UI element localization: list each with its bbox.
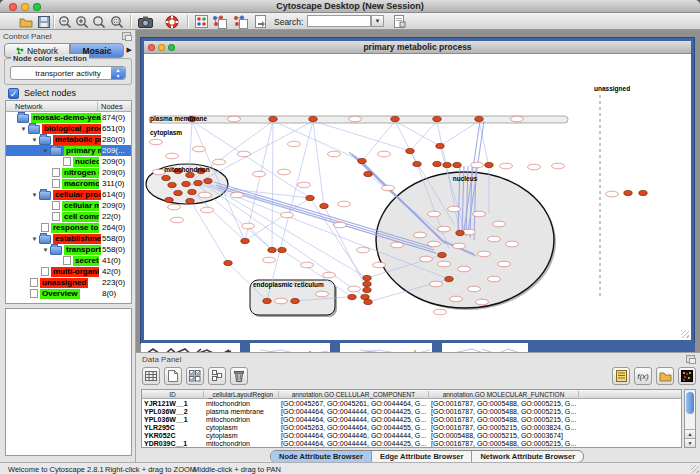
data-panel-float-icon[interactable] bbox=[686, 355, 695, 363]
tree-row[interactable]: Overview8(0) bbox=[6, 288, 131, 299]
background-window-fragment[interactable] bbox=[340, 343, 432, 352]
table-column-header[interactable]: ID bbox=[142, 391, 204, 399]
snapshot-icon[interactable] bbox=[138, 14, 153, 29]
expand-arrow-icon[interactable]: ▼ bbox=[19, 126, 28, 132]
tree-row[interactable]: ▼metabolic process280(0) bbox=[6, 134, 131, 145]
background-window-fragment[interactable] bbox=[250, 343, 330, 352]
select-all-attributes-icon[interactable] bbox=[186, 367, 204, 385]
expand-arrow-icon[interactable]: ▼ bbox=[30, 236, 39, 242]
unselect-all-attributes-icon[interactable] bbox=[208, 367, 226, 385]
search-input[interactable] bbox=[307, 15, 371, 27]
save-session-icon[interactable] bbox=[36, 14, 51, 29]
tree-col-nodes[interactable]: Nodes bbox=[101, 102, 123, 111]
table-cell[interactable]: [GO:0044464, GO:0044444, GO:0044425, G..… bbox=[279, 416, 429, 424]
tree-row[interactable]: multi-organism pro42(0) bbox=[6, 266, 131, 277]
table-cell[interactable]: plasma membrane bbox=[204, 408, 279, 416]
table-cell[interactable]: YLR295C bbox=[142, 424, 204, 432]
clear-overlay-icon[interactable] bbox=[233, 14, 248, 29]
table-column-header[interactable]: annotation.GO CELLULAR_COMPONENT bbox=[279, 391, 429, 399]
expand-arrow-icon[interactable]: ▼ bbox=[30, 137, 39, 143]
import-attributes-icon[interactable] bbox=[656, 367, 674, 385]
tree-row[interactable]: unassigned223(0) bbox=[6, 277, 131, 288]
scroll-down-icon[interactable]: ▼ bbox=[685, 438, 695, 447]
attribute-list-icon[interactable] bbox=[612, 367, 630, 385]
select-attributes-icon[interactable] bbox=[142, 367, 160, 385]
advanced-search-icon[interactable] bbox=[392, 14, 407, 29]
table-cell[interactable]: cytoplasm bbox=[204, 432, 279, 440]
table-cell[interactable]: mitochondrion bbox=[204, 440, 279, 448]
table-row[interactable]: YLR295Ccytoplasm[GO:0045263, GO:0044464,… bbox=[142, 424, 681, 432]
float-panel-icon[interactable] bbox=[122, 32, 131, 40]
delete-attribute-icon[interactable] bbox=[230, 367, 248, 385]
table-cell[interactable]: [GO:0016787, GO:0005488, GO:0005215, G..… bbox=[429, 400, 579, 408]
table-cell[interactable]: YKR052C bbox=[142, 432, 204, 440]
help-icon[interactable] bbox=[164, 14, 179, 29]
tree-row[interactable]: nitrogen compo209(0) bbox=[6, 167, 131, 178]
table-row[interactable]: YDR039C__1mitochondrion[GO:0044464, GO:0… bbox=[142, 440, 681, 448]
table-column-header[interactable]: _cellularLayoutRegion bbox=[204, 391, 279, 399]
network-view-window[interactable]: primary metabolic process plasma membran… bbox=[141, 38, 694, 343]
tab-edge-attribute-browser[interactable]: Edge Attribute Browser bbox=[372, 451, 472, 462]
color-attribute-combobox[interactable]: transporter activity ▲▼ bbox=[10, 66, 126, 80]
table-cell[interactable]: YPL036W__2 bbox=[142, 408, 204, 416]
tree-row[interactable]: ▼establishment of lo558(0) bbox=[6, 233, 131, 244]
table-row[interactable]: YPL036W__1mitochondrion[GO:0044464, GO:0… bbox=[142, 416, 681, 424]
table-cell[interactable]: [GO:0005488, GO:0005215, GO:0003674] bbox=[429, 432, 579, 440]
tree-row[interactable]: response to stimulu264(0) bbox=[6, 222, 131, 233]
birds-eye-view[interactable] bbox=[5, 308, 132, 456]
table-scrollbar[interactable]: ▲ ▼ bbox=[684, 389, 696, 448]
tab-node-attribute-browser[interactable]: Node Attribute Browser bbox=[271, 451, 372, 462]
tree-col-network[interactable]: Network bbox=[15, 102, 43, 111]
tree-row[interactable]: ▼primary metabo209(... bbox=[6, 145, 131, 156]
scrollbar-thumb[interactable] bbox=[686, 392, 694, 414]
color-mapper-icon[interactable] bbox=[194, 14, 209, 29]
table-cell[interactable]: [GO:0045263, GO:0044464, GO:0044455, G..… bbox=[279, 424, 429, 432]
tree-row[interactable]: ▼transport558(0) bbox=[6, 244, 131, 255]
create-attribute-icon[interactable] bbox=[164, 367, 182, 385]
table-row[interactable]: YPL036W__2plasma membrane[GO:0044464, GO… bbox=[142, 408, 681, 416]
scroll-up-icon[interactable]: ▲ bbox=[685, 429, 695, 438]
import-table-icon[interactable] bbox=[253, 14, 268, 29]
table-cell[interactable]: cytoplasm bbox=[204, 424, 279, 432]
background-window-fragment[interactable] bbox=[442, 343, 528, 352]
table-cell[interactable]: mitochondrion bbox=[204, 416, 279, 424]
table-cell[interactable]: [GO:0016787, GO:0005488, GO:0005215, G..… bbox=[429, 416, 579, 424]
table-cell[interactable]: [GO:0016787, GO:0005215, GO:0003824, G..… bbox=[429, 424, 579, 432]
expand-arrow-icon[interactable]: ▼ bbox=[41, 247, 50, 253]
tab-overflow-arrow[interactable]: ▶ bbox=[127, 46, 132, 54]
formula-builder-icon[interactable]: f(x) bbox=[634, 367, 652, 385]
attribute-matrix-icon[interactable] bbox=[678, 367, 696, 385]
tree-row[interactable]: ▼cellular process614(0) bbox=[6, 189, 131, 200]
table-cell[interactable]: YJR121W__1 bbox=[142, 400, 204, 408]
table-row[interactable]: YJR121W__1mitochondrion[GO:0045267, GO:0… bbox=[142, 400, 681, 408]
expand-arrow-icon[interactable]: ▼ bbox=[41, 148, 50, 154]
tab-network-attribute-browser[interactable]: Network Attribute Browser bbox=[472, 451, 583, 462]
zoom-selected-icon[interactable] bbox=[109, 14, 124, 29]
tree-row[interactable]: nucleobase-209(0) bbox=[6, 156, 131, 167]
table-row[interactable]: YKR052Ccytoplasm[GO:0044464, GO:0044446,… bbox=[142, 432, 681, 440]
table-column-header[interactable]: annotation.GO MOLECULAR_FUNCTION bbox=[429, 391, 579, 399]
tree-row[interactable]: cell communicat22(0) bbox=[6, 211, 131, 222]
tree-row[interactable]: cellular metabo209(0) bbox=[6, 200, 131, 211]
table-cell[interactable]: [GO:0044464, GO:0044446, GO:0044444, G..… bbox=[279, 432, 429, 440]
table-cell[interactable]: YDR039C__1 bbox=[142, 440, 204, 448]
overlay-network-icon[interactable] bbox=[212, 14, 227, 29]
zoom-in-icon[interactable] bbox=[74, 14, 89, 29]
expand-arrow-icon[interactable]: ▼ bbox=[30, 192, 39, 198]
table-cell[interactable]: [GO:0044464, GO:0044444, GO:0044425, G..… bbox=[279, 440, 429, 448]
window-resize-grip[interactable] bbox=[681, 330, 689, 338]
app-resize-grip[interactable] bbox=[691, 465, 699, 473]
table-cell[interactable]: [GO:0016787, GO:0005488, GO:0005215, G..… bbox=[429, 440, 579, 448]
network-canvas[interactable]: plasma membranecytoplasmmitochondrionnuc… bbox=[144, 54, 691, 340]
zoom-fit-icon[interactable] bbox=[91, 14, 106, 29]
background-window-fragment[interactable] bbox=[141, 343, 240, 352]
zoom-out-icon[interactable] bbox=[57, 14, 72, 29]
table-column-header[interactable] bbox=[579, 391, 682, 399]
tree-row[interactable]: ▼biological_process651(0) bbox=[6, 123, 131, 134]
table-cell[interactable]: [GO:0045267, GO:0045261, GO:0044464, G..… bbox=[279, 400, 429, 408]
tree-row[interactable]: mosaic-demo-yeast874(0) bbox=[6, 112, 131, 123]
select-nodes-checkbox[interactable]: ✓ bbox=[8, 88, 19, 99]
table-cell[interactable]: mitochondrion bbox=[204, 400, 279, 408]
tree-row[interactable]: macromolecule311(0) bbox=[6, 178, 131, 189]
open-session-icon[interactable] bbox=[18, 14, 33, 29]
